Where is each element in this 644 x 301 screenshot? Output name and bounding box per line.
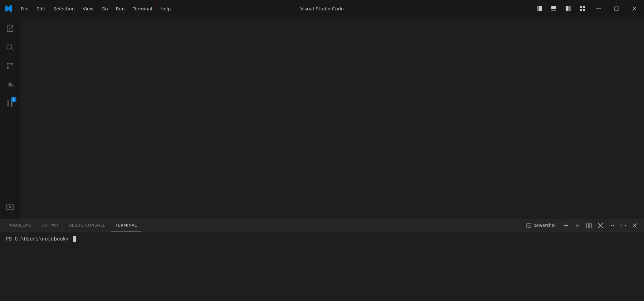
close-panel-button[interactable] <box>630 220 640 230</box>
menu-terminal[interactable]: Terminal <box>129 3 156 14</box>
kill-terminal-button[interactable] <box>595 220 605 230</box>
svg-point-30 <box>613 225 614 225</box>
activity-bar: 5 <box>0 17 20 219</box>
panel-maximize-button[interactable] <box>618 220 628 230</box>
panel-controls: powershell <box>526 220 640 230</box>
menu-help[interactable]: Help <box>157 3 175 14</box>
tab-debug-console[interactable]: DEBUG CONSOLE <box>64 219 110 232</box>
add-terminal-button[interactable] <box>561 220 571 230</box>
svg-rect-7 <box>583 6 585 8</box>
svg-point-18 <box>7 67 9 69</box>
tab-output[interactable]: OUTPUT <box>37 219 63 232</box>
svg-rect-10 <box>596 9 601 9</box>
vscode-watermark <box>260 46 404 190</box>
menu-file[interactable]: File <box>17 3 32 14</box>
prompt-text: PS C:\Users\notebook> <box>6 236 69 242</box>
panel-tabs: PROBLEMS OUTPUT DEBUG CONSOLE TERMINAL p… <box>0 219 644 232</box>
svg-rect-8 <box>580 9 582 11</box>
menu-run[interactable]: Run <box>112 3 128 14</box>
svg-line-15 <box>11 49 14 51</box>
menu-view[interactable]: View <box>79 3 97 14</box>
powershell-label: powershell <box>533 223 557 228</box>
minimize-button[interactable] <box>590 3 607 15</box>
svg-point-14 <box>7 44 12 49</box>
svg-rect-1 <box>539 6 542 11</box>
toggle-sidebar-right-icon[interactable] <box>562 2 575 15</box>
customize-layout-icon[interactable] <box>576 2 589 15</box>
main-area: 5 <box>0 17 644 219</box>
bottom-panel: PROBLEMS OUTPUT DEBUG CONSOLE TERMINAL p… <box>0 219 644 301</box>
activity-remote[interactable] <box>1 199 19 216</box>
window-controls <box>533 2 643 15</box>
menu-selection[interactable]: Selection <box>50 3 78 14</box>
svg-rect-27 <box>589 223 591 228</box>
toggle-sidebar-left-icon[interactable] <box>533 2 546 15</box>
titlebar: File Edit Selection View Go Run Terminal… <box>0 0 644 17</box>
svg-rect-4 <box>566 6 569 11</box>
close-button[interactable] <box>626 3 643 15</box>
more-actions-button[interactable] <box>607 220 617 230</box>
svg-rect-25 <box>527 223 531 228</box>
svg-rect-6 <box>580 6 582 8</box>
terminal-dropdown-button[interactable] <box>572 220 582 230</box>
tab-problems[interactable]: PROBLEMS <box>4 219 36 232</box>
app-title: Visual Studio Code <box>300 6 344 11</box>
activity-run-debug[interactable] <box>1 76 19 93</box>
svg-point-22 <box>9 206 11 208</box>
extensions-badge: 5 <box>11 97 16 102</box>
menu-go[interactable]: Go <box>98 3 112 14</box>
terminal-cursor <box>73 236 76 242</box>
svg-rect-5 <box>569 6 571 11</box>
svg-point-16 <box>7 63 9 65</box>
svg-rect-26 <box>586 223 589 228</box>
vscode-logo <box>0 0 17 17</box>
terminal-shell-label: powershell <box>526 223 557 228</box>
svg-rect-9 <box>583 9 585 11</box>
terminal-content[interactable]: PS C:\Users\notebook> <box>0 232 644 301</box>
activity-search[interactable] <box>1 39 19 56</box>
svg-rect-11 <box>615 7 618 10</box>
editor-area <box>20 17 644 219</box>
menu-items: File Edit Selection View Go Run Terminal… <box>17 3 533 14</box>
svg-rect-3 <box>551 10 556 11</box>
menu-edit[interactable]: Edit <box>33 3 49 14</box>
maximize-button[interactable] <box>608 3 625 15</box>
svg-rect-2 <box>551 6 556 9</box>
split-terminal-button[interactable] <box>584 220 594 230</box>
svg-point-29 <box>611 225 612 225</box>
terminal-prompt: PS C:\Users\notebook> <box>6 236 638 242</box>
tab-terminal[interactable]: TERMINAL <box>111 219 141 232</box>
svg-rect-0 <box>537 6 539 11</box>
activity-explorer[interactable] <box>1 20 19 37</box>
svg-point-28 <box>610 225 610 225</box>
activity-git[interactable] <box>1 57 19 74</box>
toggle-panel-icon[interactable] <box>547 2 560 15</box>
svg-point-19 <box>11 85 13 87</box>
activity-extensions[interactable]: 5 <box>1 94 19 112</box>
